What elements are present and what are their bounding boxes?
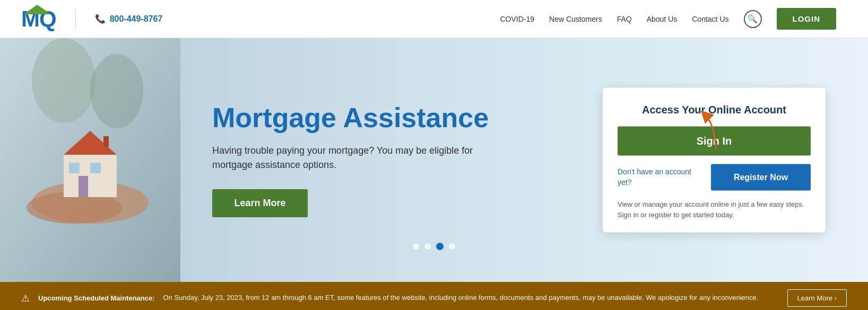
carousel-dot-3[interactable] [436, 243, 444, 250]
svg-marker-0 [23, 5, 51, 14]
main-nav: COVID-19 New Customers FAQ About Us Cont… [500, 8, 836, 30]
hero-background-image [0, 38, 180, 282]
account-description: View or manage your account online in ju… [618, 199, 811, 220]
sign-in-button[interactable]: Sign In [618, 127, 811, 156]
svg-rect-9 [69, 163, 80, 173]
logo-roof-icon [22, 4, 52, 15]
banner-title: Upcoming Scheduled Maintenance: [38, 294, 155, 302]
register-now-button[interactable]: Register Now [711, 164, 811, 191]
logo[interactable]: MQ [21, 8, 56, 30]
hero-subtitle: Having trouble paying your mortgage? You… [212, 144, 478, 172]
phone-number: 800-449-8767 [110, 14, 163, 24]
account-card-title: Access Your Online Account [618, 104, 811, 116]
nav-covid[interactable]: COVID-19 [500, 15, 534, 23]
account-card: Access Your Online Account Sign In Don't… [603, 88, 826, 233]
svg-point-2 [32, 38, 96, 123]
logo-area: MQ 📞 800-449-8767 [21, 8, 162, 30]
carousel-dot-2[interactable] [424, 243, 431, 250]
banner-text: On Sunday, July 23, 2023, from 12 am thr… [163, 293, 779, 303]
phone-icon: 📞 [95, 14, 106, 24]
svg-point-3 [90, 54, 143, 128]
header-divider [75, 8, 76, 30]
svg-rect-10 [90, 163, 101, 173]
nav-faq[interactable]: FAQ [617, 15, 632, 23]
hero-image-svg [0, 38, 180, 282]
account-row: Don't have an account yet? Register Now [618, 164, 811, 191]
search-icon: 🔍 [748, 14, 758, 24]
dont-have-account-link[interactable]: Don't have an account yet? [618, 167, 705, 188]
svg-rect-6 [64, 155, 117, 197]
login-button[interactable]: LOGIN [777, 8, 837, 30]
svg-rect-8 [79, 176, 88, 197]
banner-learn-more-button[interactable]: Learn More › [787, 289, 847, 307]
nav-new-customers[interactable]: New Customers [549, 15, 602, 23]
carousel-dots [413, 243, 455, 250]
search-button[interactable]: 🔍 [744, 10, 762, 28]
phone-area[interactable]: 📞 800-449-8767 [95, 14, 163, 24]
hero-content: Mortgage Assistance Having trouble payin… [180, 38, 531, 282]
carousel-dot-1[interactable] [413, 243, 419, 250]
carousel-dot-4[interactable] [449, 243, 455, 250]
hero-title: Mortgage Assistance [212, 103, 499, 133]
nav-contact[interactable]: Contact Us [692, 15, 728, 23]
maintenance-banner: ⚠ Upcoming Scheduled Maintenance: On Sun… [0, 282, 868, 310]
hero-section: Mortgage Assistance Having trouble payin… [0, 38, 868, 282]
warning-icon: ⚠ [21, 293, 30, 304]
nav-about[interactable]: About Us [647, 15, 678, 23]
header: MQ 📞 800-449-8767 COVID-19 New Customers… [0, 0, 868, 38]
svg-rect-11 [103, 136, 109, 147]
hero-learn-more-button[interactable]: Learn More [212, 189, 308, 217]
